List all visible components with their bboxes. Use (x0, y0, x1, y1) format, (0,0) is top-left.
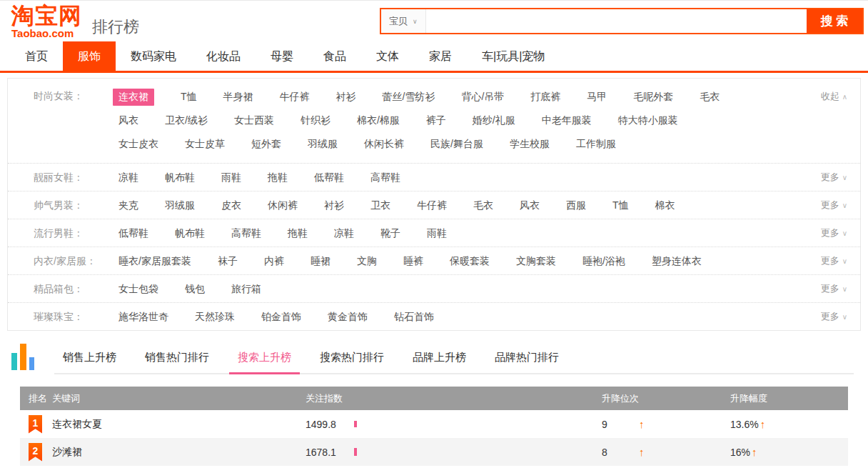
category-item[interactable]: 保暖套装 (450, 247, 490, 274)
category-item[interactable]: 打底裤 (530, 85, 560, 109)
category-item[interactable]: 卫衣/绒衫 (165, 109, 208, 132)
more-link[interactable]: 更多∨ (821, 247, 847, 275)
category-item[interactable]: 休闲长裤 (364, 132, 404, 156)
category-item[interactable]: 睡衣/家居服套装 (118, 247, 191, 274)
category-item[interactable]: 凉鞋 (118, 164, 138, 191)
category-item[interactable]: 针织衫 (301, 109, 330, 132)
category-item[interactable]: 毛呢外套 (633, 85, 673, 109)
nav-tab[interactable]: 首页 (10, 41, 63, 71)
category-item[interactable]: 高帮鞋 (370, 164, 400, 191)
category-item[interactable]: 凉鞋 (334, 219, 354, 247)
keyword-cell[interactable]: 连衣裙女夏 (52, 418, 306, 431)
category-item[interactable]: 施华洛世奇 (118, 303, 168, 330)
category-item[interactable]: 内裤 (264, 247, 284, 274)
category-item[interactable]: 衬衫 (324, 191, 344, 219)
category-item[interactable]: 低帮鞋 (118, 219, 148, 247)
category-item[interactable]: 低帮鞋 (314, 164, 344, 191)
keyword-cell[interactable]: 沙滩裙 (52, 446, 306, 459)
category-item[interactable]: 牛仔裤 (417, 191, 447, 219)
nav-tab[interactable]: 数码家电 (116, 41, 191, 71)
nav-tab[interactable]: 服饰 (63, 41, 116, 71)
search-button[interactable]: 搜 索 (807, 9, 862, 33)
nav-tab[interactable]: 文体 (361, 41, 414, 71)
category-item[interactable]: 钻石首饰 (394, 303, 434, 330)
category-item[interactable]: 羽绒服 (165, 191, 195, 219)
category-item[interactable]: 卫衣 (370, 191, 390, 219)
category-item[interactable]: 风衣 (118, 109, 138, 132)
category-item[interactable]: 皮衣 (221, 191, 241, 219)
category-item[interactable]: 特大特小服装 (618, 109, 678, 132)
category-item[interactable]: 雨鞋 (427, 219, 447, 247)
category-item[interactable]: 蕾丝/雪纺衫 (383, 85, 435, 109)
table-row[interactable]: 1 连衣裙女夏 1499.8 9 ↑ 13.6% ↑ (20, 410, 848, 438)
category-item[interactable]: 牛仔裤 (280, 85, 310, 109)
nav-tab[interactable]: 母婴 (256, 41, 308, 71)
category-item[interactable]: 帆布鞋 (165, 164, 195, 191)
category-item[interactable]: 婚纱/礼服 (473, 109, 515, 132)
ranking-tab[interactable]: 搜索上升榜 (229, 342, 300, 374)
category-item[interactable]: 铂金首饰 (261, 303, 301, 330)
category-item[interactable]: 睡袍/浴袍 (582, 247, 625, 274)
collapse-link[interactable]: 收起∧ (821, 84, 847, 109)
category-item[interactable]: 帆布鞋 (175, 219, 205, 247)
category-item[interactable]: 羽绒服 (308, 132, 338, 156)
category-item[interactable]: 女士皮衣 (118, 132, 158, 156)
category-item[interactable]: 靴子 (380, 219, 400, 247)
nav-tab[interactable]: 车|玩具|宠物 (467, 41, 560, 71)
category-item[interactable]: 风衣 (520, 191, 540, 219)
category-item[interactable]: 学生校服 (510, 132, 550, 156)
category-item[interactable]: 钱包 (185, 275, 205, 302)
taobao-logo[interactable]: 淘宝网 Taobao.com (11, 4, 82, 39)
category-item[interactable]: 西服 (566, 191, 586, 219)
category-item[interactable]: 女士包袋 (118, 275, 158, 302)
category-item[interactable]: 工作制服 (576, 132, 616, 156)
nav-tab[interactable]: 食品 (308, 41, 361, 71)
ranking-tab[interactable]: 销售上升榜 (54, 342, 125, 374)
category-item[interactable]: 棉衣 (655, 191, 675, 219)
category-item[interactable]: 裤子 (426, 109, 446, 132)
category-item[interactable]: 民族/舞台服 (430, 132, 483, 156)
category-item[interactable]: 休闲裤 (268, 191, 298, 219)
category-item[interactable]: 背心/吊带 (461, 85, 504, 109)
category-item[interactable]: 塑身连体衣 (652, 247, 702, 274)
ranking-tab[interactable]: 品牌上升榜 (404, 342, 475, 374)
category-item[interactable]: 棉衣/棉服 (357, 109, 400, 132)
search-category-dropdown[interactable]: 宝贝 ∨ (381, 9, 426, 33)
ranking-tab[interactable]: 搜索热门排行 (311, 342, 393, 374)
category-item[interactable]: 中老年服装 (542, 109, 592, 132)
category-item[interactable]: 短外套 (251, 132, 281, 156)
category-item[interactable]: 夹克 (118, 191, 138, 219)
category-item[interactable]: 马甲 (587, 85, 607, 109)
category-item[interactable]: 雨鞋 (221, 164, 241, 191)
category-item[interactable]: 睡裤 (403, 247, 423, 274)
category-item[interactable]: 袜子 (218, 247, 238, 274)
category-item[interactable]: 文胸 (357, 247, 377, 274)
category-item[interactable]: 衬衫 (336, 85, 356, 109)
nav-tab[interactable]: 家居 (414, 41, 467, 71)
category-item[interactable]: 拖鞋 (268, 164, 288, 191)
category-item[interactable]: 毛衣 (700, 85, 720, 109)
more-link[interactable]: 更多∨ (821, 219, 847, 247)
more-link[interactable]: 更多∨ (821, 303, 847, 331)
category-item[interactable]: 毛衣 (473, 191, 493, 219)
search-input[interactable] (426, 9, 807, 33)
ranking-tab[interactable]: 品牌热门排行 (486, 342, 567, 374)
category-item[interactable]: 女士西装 (234, 109, 274, 132)
category-item[interactable]: 睡裙 (311, 247, 330, 274)
table-row[interactable]: 2 沙滩裙 1678.1 8 ↑ 16% ↑ (20, 438, 848, 466)
category-item[interactable]: 高帮鞋 (231, 219, 261, 247)
category-item[interactable]: T恤 (181, 85, 197, 109)
category-item[interactable]: 半身裙 (223, 85, 253, 109)
nav-tab[interactable]: 化妆品 (191, 41, 256, 71)
category-item[interactable]: 文胸套装 (516, 247, 556, 274)
more-link[interactable]: 更多∨ (821, 164, 847, 191)
category-item[interactable]: 连衣裙 (113, 89, 154, 106)
category-item[interactable]: 旅行箱 (231, 275, 261, 302)
more-link[interactable]: 更多∨ (821, 275, 847, 303)
category-item[interactable]: T恤 (612, 191, 629, 219)
category-item[interactable]: 女士皮草 (185, 132, 225, 156)
ranking-tab[interactable]: 销售热门排行 (136, 342, 218, 374)
category-item[interactable]: 天然珍珠 (195, 303, 235, 330)
category-item[interactable]: 拖鞋 (288, 219, 308, 247)
category-item[interactable]: 黄金首饰 (328, 303, 368, 330)
